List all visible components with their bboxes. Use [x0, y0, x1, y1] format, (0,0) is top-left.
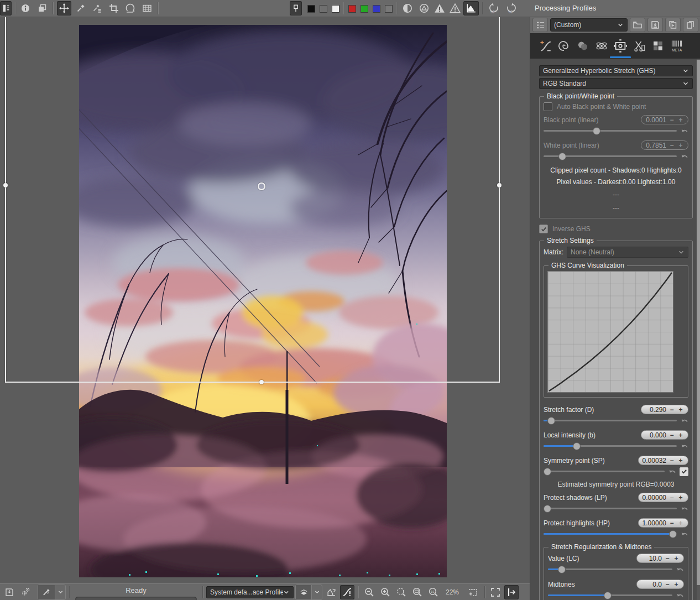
fullscreen-button[interactable] [488, 585, 503, 599]
clipping-warning-shadows-button[interactable] [432, 1, 447, 15]
stretch-factor-minus[interactable]: − [668, 406, 675, 414]
rotate-cw-90-button[interactable]: 90° [503, 1, 520, 15]
tab-mosaic[interactable] [651, 39, 665, 53]
value-lc-slider[interactable] [548, 565, 672, 573]
settings-button[interactable] [18, 585, 33, 599]
rotate-ccw-90-button[interactable]: 90° [485, 1, 502, 15]
shade-swatch-white[interactable] [332, 5, 339, 13]
white-point-minus[interactable]: − [668, 142, 675, 149]
channel-swatch-luminance[interactable] [385, 5, 393, 13]
profile-restore-button[interactable] [665, 18, 681, 32]
move-tool-button[interactable] [57, 1, 71, 15]
eyedropper-button[interactable] [74, 1, 88, 15]
symmetry-point-minus[interactable]: − [668, 457, 675, 465]
matrix-select[interactable]: None (Neutral) [567, 247, 688, 258]
histogram-button[interactable] [463, 1, 479, 15]
channel-select[interactable]: RGB Standard [539, 78, 693, 89]
panel-scrollbar-thumb[interactable] [697, 60, 700, 585]
auto-bw-point-checkbox[interactable] [544, 102, 552, 111]
reset-icon[interactable] [680, 153, 688, 160]
zoom-actual-button[interactable]: 1:1 [426, 585, 440, 599]
value-lc-plus[interactable]: + [673, 555, 680, 562]
contrast-preview-button[interactable] [400, 1, 415, 15]
local-intensity-minus[interactable]: − [668, 431, 675, 439]
crop-center-handle[interactable] [258, 182, 265, 190]
crop-left-handle[interactable] [3, 183, 8, 187]
profile-save-button[interactable] [647, 18, 663, 32]
histogram-toggle-button[interactable] [324, 585, 338, 599]
tab-metadata[interactable]: META [670, 39, 684, 53]
sunset-photo[interactable] [79, 25, 447, 577]
profile-open-button[interactable] [630, 18, 645, 32]
shade-swatch-gray[interactable] [320, 5, 327, 13]
protect-highlights-plus[interactable]: + [677, 519, 684, 527]
protect-shadows-plus[interactable]: + [677, 494, 684, 502]
channel-swatch-green[interactable] [361, 5, 368, 13]
midtones-slider[interactable] [548, 591, 672, 599]
shade-swatch-black[interactable] [307, 5, 315, 13]
reset-icon[interactable] [676, 566, 684, 573]
rotate-tool-button[interactable] [123, 1, 138, 15]
profile-select[interactable]: (Custom) [550, 18, 628, 32]
reset-icon[interactable] [680, 127, 688, 134]
crop-bottom-handle[interactable] [259, 380, 264, 384]
reset-icon[interactable] [680, 442, 688, 450]
tab-crop-tools[interactable] [632, 39, 646, 53]
zoom-out-button[interactable] [362, 585, 376, 599]
tab-astro[interactable] [594, 39, 609, 53]
gamma-preview-button[interactable] [417, 1, 431, 15]
brush-tool-dropdown[interactable] [55, 585, 65, 599]
protect-highlights-minus[interactable]: − [668, 519, 675, 527]
crop-right-handle[interactable] [497, 183, 502, 187]
new-view-button[interactable] [464, 585, 481, 599]
reset-icon[interactable] [676, 592, 684, 599]
stretch-factor-plus[interactable]: + [677, 406, 684, 414]
clipping-warning-highlights-button[interactable] [448, 1, 462, 15]
zoom-selection-button[interactable] [394, 585, 408, 599]
tab-deconvolution[interactable] [557, 39, 571, 53]
tab-geometry-selected[interactable] [613, 39, 628, 53]
profiles-list-button[interactable] [532, 18, 548, 32]
profile-copy-button[interactable] [683, 18, 698, 32]
value-lc-minus[interactable]: − [664, 555, 671, 562]
protect-shadows-minus[interactable]: − [668, 494, 675, 502]
pixel-inspector-button[interactable] [290, 1, 302, 15]
channel-swatch-red[interactable] [348, 5, 356, 13]
inverse-ghs-checkbox[interactable] [539, 225, 548, 233]
local-intensity-slider[interactable] [544, 442, 677, 450]
curve-warning-button[interactable] [340, 585, 354, 599]
brush-tool-button[interactable] [38, 585, 55, 599]
white-point-plus[interactable]: + [677, 142, 684, 149]
algorithm-select[interactable]: Generalized Hyperbolic Stretch (GHS) [539, 65, 693, 76]
protect-shadows-slider[interactable] [544, 504, 677, 513]
crop-button[interactable] [107, 1, 121, 15]
protect-highlights-slider[interactable] [544, 530, 677, 538]
panel-scrollbar[interactable] [697, 59, 700, 600]
panel-toggle-right-button[interactable] [504, 585, 519, 599]
symmetry-link-checkbox[interactable] [680, 467, 688, 476]
info-button[interactable] [18, 1, 33, 15]
black-point-plus[interactable]: + [677, 116, 684, 124]
local-intensity-plus[interactable]: + [677, 431, 684, 439]
reset-icon[interactable] [680, 417, 688, 424]
channel-swatch-blue[interactable] [373, 5, 380, 13]
layers-button[interactable] [35, 1, 49, 15]
symmetry-point-plus[interactable]: + [677, 457, 684, 465]
panel-toggle-left-button[interactable] [0, 1, 12, 15]
proof-dropdown[interactable] [311, 585, 322, 599]
color-sampler-button[interactable] [90, 1, 105, 15]
reset-icon[interactable] [680, 530, 688, 538]
black-point-slider[interactable] [544, 127, 677, 135]
quick-save-button[interactable] [2, 585, 17, 599]
zoom-in-button[interactable] [378, 585, 392, 599]
tab-color-blend[interactable] [576, 39, 590, 53]
color-profile-select[interactable]: System defa...ace Profile) [206, 586, 294, 598]
crop-right-edge[interactable] [499, 17, 500, 382]
image-canvas-area[interactable] [0, 17, 530, 583]
tab-stretch[interactable] [538, 39, 552, 53]
black-point-minus[interactable]: − [668, 116, 675, 124]
symmetry-point-slider[interactable] [544, 467, 665, 476]
reset-icon[interactable] [668, 468, 676, 475]
midtones-minus[interactable]: − [664, 581, 671, 588]
stretch-factor-slider[interactable] [544, 416, 677, 425]
